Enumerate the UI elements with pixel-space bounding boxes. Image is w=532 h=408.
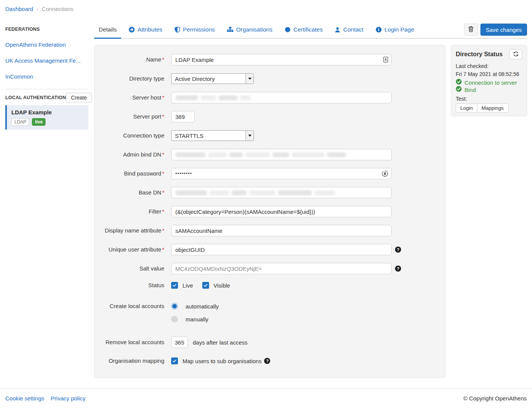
- required-asterisk: *: [162, 94, 164, 101]
- redacted-value: [175, 152, 346, 157]
- base-dn-input[interactable]: [171, 187, 392, 198]
- admin-bind-dn-input[interactable]: [171, 149, 392, 160]
- server-host-label: Server host*: [94, 92, 164, 103]
- connection-to-server-status: Connection to server: [464, 79, 517, 86]
- tab-login-page[interactable]: Login Page: [371, 21, 419, 38]
- form-row-name: Name* LDAP Example: [94, 54, 445, 65]
- name-label: Name*: [94, 54, 164, 65]
- required-asterisk: *: [162, 113, 164, 120]
- redacted-value: [175, 190, 335, 195]
- question-circle-icon[interactable]: [264, 358, 270, 364]
- form-row-display-name-attribute: Display name attribute* sAMAccountName: [94, 225, 445, 236]
- test-button-group: Login Mappings: [456, 103, 522, 113]
- test-mappings-button[interactable]: Mappings: [477, 103, 508, 113]
- form-row-admin-bind-dn: Admin bind DN*: [94, 149, 445, 160]
- copyright-text: © Copyright OpenAthens: [463, 395, 527, 402]
- test-login-button[interactable]: Login: [456, 103, 477, 113]
- cookie-settings-link[interactable]: Cookie settings: [5, 395, 44, 402]
- salt-value-input[interactable]: MC4zODQ4MDIxNzQ3ODEyNjE=: [171, 263, 392, 274]
- check-circle-icon: [456, 79, 462, 86]
- header-actions: Save changes: [464, 24, 527, 36]
- bind-password-input[interactable]: ••••••••: [171, 168, 392, 179]
- footer: Cookie settings Privacy policy © Copyrig…: [0, 388, 532, 408]
- unique-user-attribute-input[interactable]: objectGUID: [171, 244, 392, 255]
- federations-heading: FEDERATIONS: [5, 27, 88, 32]
- save-changes-button[interactable]: Save changes: [480, 24, 527, 36]
- directory-status-title: Directory Status: [456, 51, 503, 58]
- visible-checkbox[interactable]: [202, 282, 209, 289]
- key-circle-icon[interactable]: [382, 171, 388, 177]
- base-dn-label: Base DN*: [94, 187, 164, 198]
- manually-radio[interactable]: [171, 316, 178, 323]
- directory-status-panel: Directory Status Last checked: Fri 7 May…: [451, 45, 527, 116]
- test-label: Test:: [456, 96, 522, 102]
- question-circle-icon[interactable]: [395, 247, 401, 253]
- server-host-input[interactable]: [171, 92, 392, 103]
- chevron-down-icon: [246, 131, 253, 141]
- certificate-icon: [285, 27, 291, 33]
- tab-organisations[interactable]: Organisations: [222, 21, 277, 38]
- sidebar: FEDERATIONS OpenAthens Federation UK Acc…: [5, 24, 88, 130]
- last-checked-label: Last checked:: [456, 63, 522, 69]
- live-checkbox[interactable]: [171, 282, 178, 289]
- connection-type-select[interactable]: STARTTLS: [171, 130, 254, 141]
- form-row-unique-user-attribute: Unique user attribute* objectGUID: [94, 244, 445, 255]
- form-row-connection-type: Connection type STARTTLS: [94, 130, 445, 141]
- connection-type-label: Connection type: [94, 130, 164, 141]
- tab-organisations-label: Organisations: [236, 26, 272, 33]
- sidebar-item-incommon[interactable]: InCommon: [5, 73, 88, 80]
- contact-card-icon[interactable]: [383, 57, 388, 63]
- last-checked-value: Fri 7 May 2021 at 08:52:56: [456, 71, 522, 77]
- form-row-filter: Filter* (&(objectCategory=Person)(sAMAcc…: [94, 206, 445, 217]
- automatically-radio-label: automatically: [186, 303, 219, 310]
- tab-details-label: Details: [99, 26, 116, 33]
- tab-attributes[interactable]: Attributes: [124, 21, 167, 38]
- name-input[interactable]: LDAP Example: [171, 54, 392, 65]
- question-circle-icon[interactable]: [395, 266, 401, 272]
- sidebar-item-ldap-example[interactable]: LDAP Example LDAP live: [5, 105, 88, 130]
- form-row-organisation-mapping: Organisation mapping Map users to sub or…: [94, 357, 445, 364]
- required-asterisk: *: [162, 56, 164, 63]
- info-circle-icon: [376, 27, 382, 33]
- form-row-directory-type: Directory type Active Directory: [94, 73, 445, 84]
- visible-checkbox-label: Visible: [214, 282, 230, 289]
- map-users-checkbox[interactable]: [171, 357, 178, 364]
- status-check-connection: Connection to server: [456, 79, 522, 86]
- arrow-circle-right-icon: [129, 27, 135, 33]
- tab-details[interactable]: Details: [94, 21, 121, 38]
- status-label: Status: [94, 282, 164, 289]
- privacy-policy-link[interactable]: Privacy policy: [51, 395, 86, 402]
- refresh-button[interactable]: [509, 49, 522, 59]
- filter-input[interactable]: (&(objectCategory=Person)(sAMAccountName…: [171, 206, 392, 217]
- remove-local-accounts-input[interactable]: 365: [171, 337, 188, 348]
- sidebar-item-uk-access-management[interactable]: UK Access Management Fe...: [5, 57, 88, 64]
- sitemap-icon: [227, 27, 233, 33]
- remove-local-accounts-label: Remove local accounts: [94, 337, 164, 348]
- directory-type-select[interactable]: Active Directory: [171, 73, 254, 84]
- page: Dashboard › Connections FEDERATIONS Open…: [0, 0, 532, 408]
- sidebar-item-openathens-federation[interactable]: OpenAthens Federation: [5, 41, 88, 48]
- display-name-attribute-input[interactable]: sAMAccountName: [171, 225, 392, 236]
- automatically-radio[interactable]: [171, 303, 178, 310]
- create-button[interactable]: Create: [66, 93, 92, 103]
- delete-button[interactable]: [464, 24, 478, 36]
- tab-attributes-label: Attributes: [137, 26, 162, 33]
- tab-login-page-label: Login Page: [384, 26, 414, 33]
- required-asterisk: *: [162, 189, 164, 196]
- status-check-bind: Bind: [456, 86, 522, 93]
- user-icon: [335, 27, 340, 33]
- form-row-base-dn: Base DN*: [94, 187, 445, 198]
- refresh-icon: [513, 51, 519, 58]
- tab-contact[interactable]: Contact: [330, 21, 368, 38]
- admin-bind-dn-label: Admin bind DN*: [94, 149, 164, 160]
- breadcrumb-dashboard-link[interactable]: Dashboard: [5, 6, 33, 12]
- map-users-checkbox-label: Map users to sub organisations: [183, 358, 261, 364]
- breadcrumb-current: Connections: [42, 6, 73, 12]
- connection-badges: LDAP live: [11, 118, 84, 126]
- server-port-input[interactable]: 389: [171, 111, 195, 122]
- tab-permissions[interactable]: Permissions: [170, 21, 219, 38]
- trash-icon: [468, 26, 474, 33]
- live-status-badge: live: [32, 118, 46, 126]
- tab-certificates[interactable]: Certificates: [280, 21, 327, 38]
- form-row-salt-value: Salt value MC4zODQ4MDIxNzQ3ODEyNjE=: [94, 263, 445, 274]
